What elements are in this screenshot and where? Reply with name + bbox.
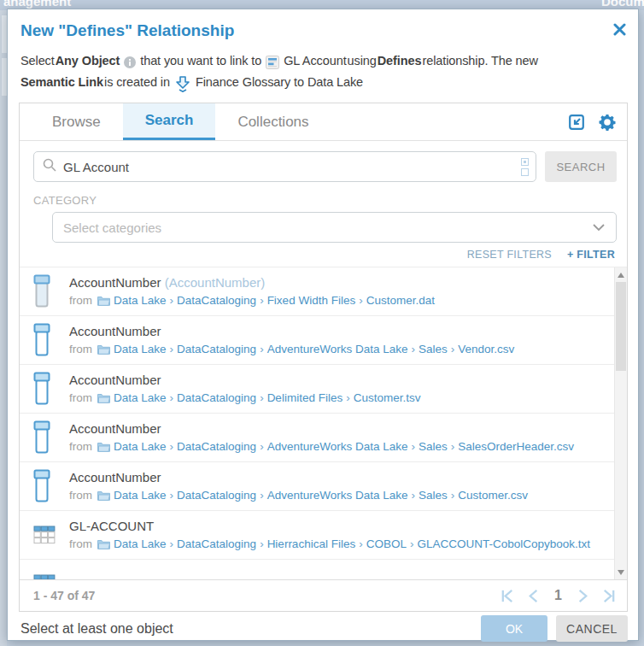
object-name: AccountNumber (AccountNumber)	[69, 274, 609, 291]
object-picker-panel: Browse Search Collections GL Account SE	[19, 103, 628, 612]
background-text-left: anagement	[3, 0, 71, 9]
column-icon	[33, 372, 69, 406]
breadcrumb-segment: COBOL	[366, 537, 407, 550]
breadcrumb-segment: DataCataloging	[177, 537, 256, 550]
breadcrumb-segment: Sales	[419, 343, 448, 355]
search-results: AccountNumber (AccountNumber)fromData La…	[20, 267, 627, 579]
breadcrumb-segment: Customer.dat	[366, 294, 435, 307]
object-name: AccountNumber	[69, 469, 609, 486]
object-path: fromData Lake›DataCataloging›AdventureWo…	[69, 486, 609, 504]
column-icon	[33, 274, 69, 308]
table-icon	[33, 526, 69, 545]
folder-icon	[97, 441, 110, 452]
breadcrumb-segment: Customer.tsv	[354, 391, 421, 404]
breadcrumb-segment: DataCataloging	[177, 343, 256, 355]
list-item[interactable]: GL-GROUP	[20, 560, 614, 579]
reset-filters-link[interactable]: RESET FILTERS	[467, 249, 552, 261]
add-filter-link[interactable]: + FILTER	[567, 249, 615, 261]
gear-icon[interactable]	[598, 113, 617, 132]
list-item[interactable]: AccountNumberfromData Lake›DataCatalogin…	[20, 365, 614, 414]
scroll-up-icon[interactable]	[615, 268, 627, 281]
close-icon[interactable]	[613, 23, 626, 39]
table-icon	[33, 574, 69, 580]
object-path: fromData Lake›DataCataloging›AdventureWo…	[69, 438, 609, 455]
dialog-description: Select Any Object that you want to link …	[8, 40, 638, 95]
search-options-icon[interactable]	[521, 158, 529, 176]
folder-icon	[97, 392, 110, 403]
breadcrumb-segment: Delimited Files	[267, 391, 343, 404]
first-page-icon[interactable]	[500, 588, 516, 604]
object-name: GL-GROUP	[69, 575, 609, 579]
info-icon[interactable]	[124, 56, 136, 68]
semantic-link-icon	[174, 75, 191, 92]
breadcrumb-segment: DataCataloging	[177, 489, 256, 502]
list-item[interactable]: GL-ACCOUNTfromData Lake›DataCataloging›H…	[20, 511, 614, 560]
column-icon	[33, 420, 69, 455]
new-defines-relationship-dialog: New "Defines" Relationship Select Any Ob…	[7, 9, 639, 641]
breadcrumb-segment: Sales	[419, 489, 448, 502]
dialog-title: New "Defines" Relationship	[20, 21, 234, 40]
results-list: AccountNumber (AccountNumber)fromData La…	[20, 267, 614, 579]
folder-icon	[97, 295, 110, 306]
breadcrumb-segment: Data Lake	[114, 391, 167, 404]
next-page-icon[interactable]	[574, 588, 590, 604]
chevron-down-icon	[592, 220, 606, 235]
ok-button[interactable]: OK	[481, 615, 547, 642]
scroll-down-icon[interactable]	[615, 566, 627, 578]
current-page[interactable]: 1	[553, 588, 564, 603]
move-into-icon[interactable]	[567, 113, 586, 132]
breadcrumb-segment: AdventureWorks Data Lake	[267, 343, 408, 355]
term-icon	[266, 56, 279, 69]
breadcrumb-segment: Data Lake	[114, 294, 167, 307]
tab-browse[interactable]: Browse	[30, 103, 123, 140]
breadcrumb-segment: SalesOrderHeader.csv	[458, 440, 574, 453]
search-button[interactable]: SEARCH	[545, 151, 617, 182]
results-count: 1 - 47 of 47	[33, 589, 95, 602]
dialog-footer: Select at least one object OK CANCEL	[8, 612, 638, 646]
tab-search[interactable]: Search	[123, 103, 216, 140]
category-select[interactable]: Select categories	[52, 212, 617, 243]
breadcrumb-segment: Data Lake	[114, 537, 167, 550]
breadcrumb-segment: Sales	[419, 440, 448, 453]
category-placeholder: Select categories	[63, 220, 161, 235]
object-name: AccountNumber	[69, 420, 609, 438]
link-target-name: GL Account	[284, 50, 346, 72]
breadcrumb-segment: Hierrachical Files	[267, 537, 356, 550]
list-item[interactable]: AccountNumberfromData Lake›DataCatalogin…	[20, 462, 614, 511]
last-page-icon[interactable]	[600, 588, 617, 604]
breadcrumb-segment: GLACCOUNT-CobolCopybook.txt	[417, 537, 590, 550]
object-name: AccountNumber	[69, 323, 609, 340]
scrollbar[interactable]	[614, 267, 627, 579]
breadcrumb-segment: Data Lake	[114, 489, 167, 502]
search-input[interactable]: GL Account	[33, 151, 536, 182]
breadcrumb-segment: Vendor.csv	[458, 343, 514, 355]
breadcrumb-segment: Data Lake	[114, 343, 167, 355]
object-name: GL-ACCOUNT	[69, 518, 609, 535]
object-alias: (AccountNumber)	[165, 275, 266, 290]
background-sidebar-strip	[0, 10, 7, 646]
folder-icon	[97, 538, 110, 549]
object-path: fromData Lake›DataCataloging›AdventureWo…	[69, 340, 609, 358]
list-item[interactable]: AccountNumberfromData Lake›DataCatalogin…	[20, 316, 614, 365]
breadcrumb-segment: Data Lake	[114, 440, 167, 453]
object-path: fromData Lake›DataCataloging›Fixed Width…	[69, 291, 609, 309]
cancel-button[interactable]: CANCEL	[556, 615, 628, 642]
breadcrumb-segment: DataCataloging	[177, 440, 256, 453]
object-path: fromData Lake›DataCataloging›Hierrachica…	[69, 535, 609, 553]
prev-page-icon[interactable]	[526, 588, 542, 604]
selection-hint: Select at least one object	[20, 621, 173, 637]
folder-icon	[97, 344, 110, 355]
scrollbar-thumb[interactable]	[616, 282, 626, 371]
list-item[interactable]: AccountNumber (AccountNumber)fromData La…	[20, 267, 614, 316]
breadcrumb-segment: Customer.csv	[458, 489, 528, 502]
breadcrumb-segment: DataCataloging	[177, 294, 256, 307]
semantic-link-scope: Finance Glossary to Data Lake	[196, 72, 363, 93]
tab-bar: Browse Search Collections	[20, 103, 627, 141]
column-icon	[33, 323, 69, 357]
list-item[interactable]: AccountNumberfromData Lake›DataCatalogin…	[20, 414, 614, 462]
category-label: CATEGORY	[20, 185, 627, 212]
breadcrumb-segment: DataCataloging	[177, 391, 256, 404]
column-icon	[33, 469, 69, 503]
pagination-bar: 1 - 47 of 47 1	[20, 579, 627, 611]
tab-collections[interactable]: Collections	[215, 103, 331, 140]
